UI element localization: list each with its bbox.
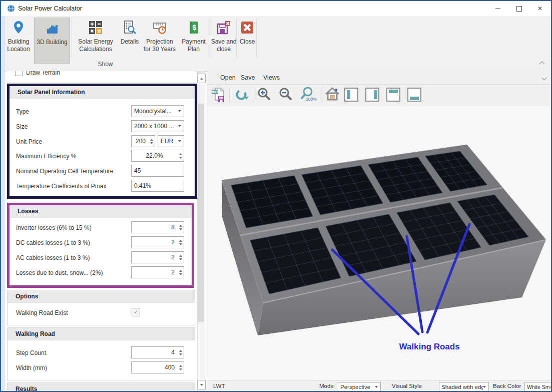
- mode-value: Perspective: [338, 384, 375, 390]
- back-color-combobox[interactable]: White Smoke: [524, 382, 552, 391]
- export-image-button[interactable]: IMG: [210, 86, 227, 103]
- button-label: Calculations: [79, 46, 112, 53]
- chevron-down-icon: [178, 125, 181, 127]
- ribbon-save-and-close-button[interactable]: Save and close: [211, 18, 236, 64]
- drag-grip-icon[interactable]: ⋮: [215, 74, 220, 76]
- view-left-button[interactable]: [344, 87, 359, 102]
- chevron-down-icon[interactable]: [542, 76, 547, 81]
- draw-terrain-label: Draw Terrain: [26, 71, 60, 76]
- zoom-100-button[interactable]: 100%: [299, 86, 319, 103]
- type-combobox[interactable]: Monocrystal...: [131, 105, 184, 117]
- window-title: Solar Power Calculator: [18, 1, 82, 16]
- step-count-label: Step Count: [16, 349, 46, 356]
- unit-price-spinner[interactable]: 200: [131, 135, 155, 147]
- ribbon-separator: [72, 18, 72, 58]
- chevron-down-icon: [375, 386, 378, 388]
- visual-style-value: Shaded with edges: [439, 384, 483, 390]
- inverter-losses-label: Inverter losses (6% to 15 %): [16, 224, 92, 231]
- size-combobox[interactable]: 2000 x 1000 ...: [131, 120, 184, 132]
- step-count-spinner[interactable]: 4: [131, 346, 184, 358]
- spinner-arrows[interactable]: [177, 240, 184, 245]
- menu-open[interactable]: Open: [220, 71, 236, 84]
- titlebar: Solar Power Calculator ✕: [1, 1, 551, 17]
- scroll-up-button[interactable]: [197, 74, 206, 83]
- walking-road-exist-checkbox[interactable]: ✓: [132, 308, 140, 316]
- scrollbar-thumb[interactable]: [198, 104, 204, 322]
- draw-terrain-row-clipped: Draw Terrain: [7, 71, 195, 83]
- lwt-label[interactable]: LWT: [213, 383, 225, 389]
- ribbon-payment-plan-button[interactable]: $ Payment Plan: [179, 18, 208, 64]
- refresh-button[interactable]: [233, 86, 250, 103]
- section-walking-road: Walking Road Step Count 4 Width (mm) 400: [7, 327, 195, 380]
- ribbon: Building Location 3D Building Solar En: [1, 16, 551, 72]
- ac-cables-losses-value: 2: [132, 254, 177, 261]
- spinner-arrows[interactable]: [177, 365, 184, 370]
- currency-combobox[interactable]: EUR: [158, 135, 184, 147]
- width-mm-spinner[interactable]: 400: [131, 361, 184, 373]
- spinner-arrows[interactable]: [177, 225, 184, 230]
- ribbon-3d-building-button[interactable]: 3D Building: [34, 18, 70, 64]
- width-mm-label: Width (mm): [16, 364, 47, 371]
- dust-snow-losses-spinner[interactable]: 2: [131, 266, 184, 278]
- ribbon-separator: [256, 18, 257, 58]
- section-solar-panel-information: Solar Panel Information Type Monocrystal…: [7, 84, 197, 199]
- ribbon-projection-30-years-button[interactable]: Projection for 30 Years: [141, 18, 178, 64]
- zoom-out-button[interactable]: [278, 86, 295, 103]
- button-label: close: [217, 46, 231, 53]
- ribbon-close-button[interactable]: Close: [237, 18, 257, 64]
- map-pin-icon: [11, 20, 27, 36]
- calculator-icon: [88, 20, 104, 36]
- back-color-value: White Smoke: [525, 384, 550, 390]
- spinner-arrows[interactable]: [177, 255, 184, 260]
- button-label: Plan: [188, 46, 200, 53]
- temp-coeff-input[interactable]: 0.41%: [131, 180, 184, 192]
- view-right-button[interactable]: [365, 87, 380, 102]
- menu-views[interactable]: Views: [263, 71, 280, 84]
- menu-save[interactable]: Save: [241, 71, 255, 84]
- noct-input[interactable]: 45: [131, 165, 184, 177]
- maximize-button[interactable]: [509, 1, 529, 16]
- type-label: Type: [16, 108, 29, 115]
- unit-price-label: Unit Price: [16, 138, 42, 145]
- spinner-arrows[interactable]: [177, 153, 184, 159]
- section-losses: Losses Inverter losses (6% to 15 %) 8 DC…: [7, 203, 194, 288]
- button-label: Projection: [146, 38, 173, 46]
- max-efficiency-spinner[interactable]: 22.0%: [131, 150, 184, 162]
- view-top-button[interactable]: [386, 87, 401, 102]
- view-bottom-button[interactable]: [407, 87, 422, 102]
- section-header: Results: [8, 383, 195, 392]
- visual-style-combobox[interactable]: Shaded with edges: [439, 382, 489, 391]
- button-label: for 30 Years: [144, 46, 176, 53]
- mode-label: Mode: [319, 383, 334, 389]
- ribbon-collapse-chevron-icon[interactable]: [539, 61, 544, 67]
- chevron-down-icon: [178, 110, 181, 112]
- viewer-statusbar: LWT Mode Perspective Visual Style Shaded…: [207, 380, 552, 392]
- ribbon-solar-energy-calculations-button[interactable]: Solar Energy Calculations: [73, 18, 118, 64]
- home-view-button[interactable]: [324, 86, 341, 103]
- draw-terrain-checkbox[interactable]: [15, 71, 23, 76]
- spinner-arrows[interactable]: [148, 139, 155, 144]
- viewer-panel: ⋮ Open Save Views IMG: [207, 71, 552, 392]
- spinner-arrows[interactable]: [177, 350, 184, 355]
- dc-cables-losses-value: 2: [132, 239, 177, 246]
- zoom-in-button[interactable]: [256, 86, 273, 103]
- ribbon-building-location-button[interactable]: Building Location: [4, 18, 33, 64]
- section-results: Results: [7, 382, 195, 392]
- scroll-down-button[interactable]: [197, 380, 206, 389]
- mode-combobox[interactable]: Perspective: [338, 382, 381, 391]
- toolbar-separator: [253, 87, 253, 103]
- dc-cables-losses-spinner[interactable]: 2: [131, 236, 184, 248]
- noct-value: 45: [132, 167, 184, 174]
- viewport-3d[interactable]: Walking Roads: [207, 106, 552, 380]
- dc-cables-losses-label: DC cables losses (1 to 3 %): [16, 239, 90, 246]
- viewer-toolbar: IMG: [207, 84, 552, 107]
- ribbon-details-button[interactable]: Details: [119, 18, 140, 64]
- left-panel-scrollbar[interactable]: [197, 72, 205, 391]
- ac-cables-losses-spinner[interactable]: 2: [131, 251, 184, 263]
- inverter-losses-spinner[interactable]: 8: [131, 221, 184, 233]
- close-window-button[interactable]: ✕: [530, 1, 550, 16]
- chevron-down-icon: [178, 140, 181, 142]
- spinner-arrows[interactable]: [177, 270, 184, 275]
- minimize-button[interactable]: [488, 1, 508, 16]
- money-book-icon: $: [186, 20, 202, 36]
